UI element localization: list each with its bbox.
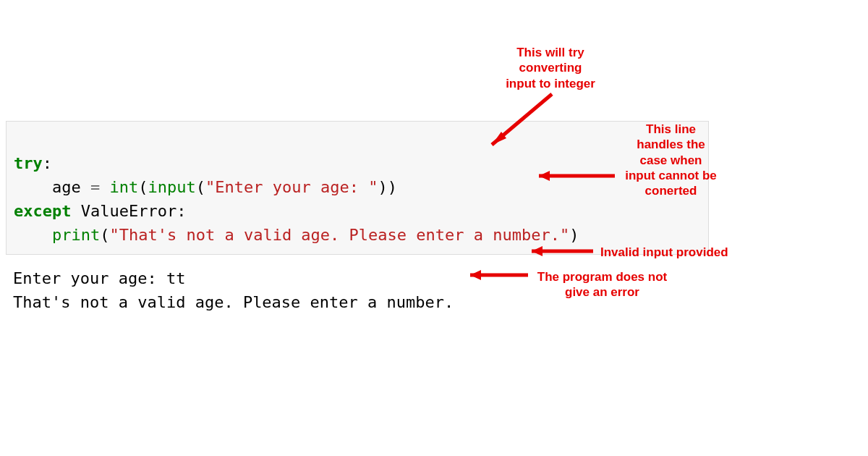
- annotation-no-error: The program does notgive an error: [532, 269, 673, 300]
- annotation-handles: This linehandles thecase wheninput canno…: [618, 122, 723, 198]
- rparen: ): [388, 178, 397, 196]
- output-line-1: Enter your age: tt: [13, 269, 185, 287]
- string-prompt: "Enter your age: ": [205, 178, 378, 196]
- string-error-msg: "That's not a valid age. Please enter a …: [109, 226, 569, 244]
- rparen3: ): [569, 226, 579, 244]
- exception-valueerror: ValueError: [81, 202, 176, 220]
- indent2: [14, 226, 52, 244]
- var-age: age: [52, 178, 81, 196]
- keyword-except: except: [14, 202, 71, 220]
- lparen: (: [138, 178, 148, 196]
- fn-print: print: [52, 226, 100, 244]
- lparen2: (: [196, 178, 205, 196]
- colon: :: [43, 154, 52, 172]
- output-block: Enter your age: tt That's not a valid ag…: [13, 242, 454, 314]
- output-line-2: That's not a valid age. Please enter a n…: [13, 293, 454, 311]
- fn-int: int: [109, 178, 138, 196]
- code-block: try: age = int(input("Enter your age: ")…: [6, 121, 709, 255]
- op-eq: =: [81, 178, 110, 196]
- annotation-invalid-input: Invalid input provided: [600, 245, 728, 260]
- indent: [14, 178, 52, 196]
- colon2: :: [176, 202, 186, 220]
- svg-marker-7: [470, 270, 481, 280]
- fn-input: input: [148, 178, 195, 196]
- keyword-try: try: [14, 154, 43, 172]
- space: [71, 202, 80, 220]
- lparen3: (: [100, 226, 109, 244]
- rparen2: ): [378, 178, 387, 196]
- annotation-try-convert: This will tryconvertinginput to integer: [489, 45, 612, 91]
